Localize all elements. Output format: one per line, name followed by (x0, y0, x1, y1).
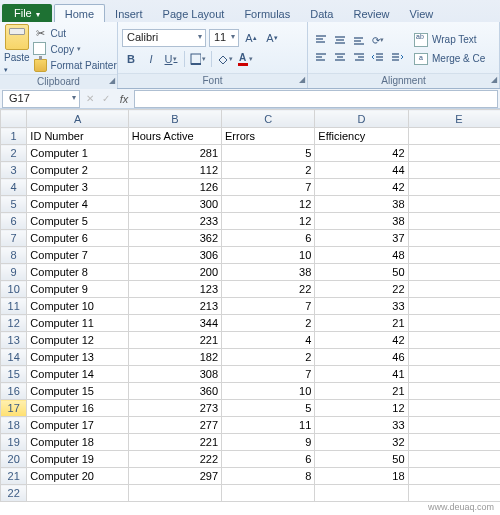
cell[interactable]: Computer 10 (27, 298, 128, 315)
cell[interactable]: 12 (315, 400, 408, 417)
cell[interactable] (408, 315, 500, 332)
cell[interactable]: 18 (315, 468, 408, 485)
cell[interactable]: 12 (222, 213, 315, 230)
tab-view[interactable]: View (400, 5, 444, 22)
cell[interactable]: Computer 17 (27, 417, 128, 434)
cell[interactable] (408, 298, 500, 315)
cell[interactable] (408, 230, 500, 247)
cell[interactable] (408, 366, 500, 383)
cell[interactable]: 21 (315, 315, 408, 332)
cell[interactable]: Errors (222, 128, 315, 145)
merge-center-button[interactable]: Merge & Ce (414, 53, 485, 65)
tab-home[interactable]: Home (54, 4, 105, 22)
row-header[interactable]: 8 (1, 247, 27, 264)
cell[interactable]: 281 (128, 145, 221, 162)
cell[interactable]: 38 (222, 264, 315, 281)
cell[interactable]: 200 (128, 264, 221, 281)
row-header[interactable]: 17 (1, 400, 27, 417)
align-middle-button[interactable] (331, 33, 349, 48)
cell[interactable]: 10 (222, 383, 315, 400)
cell[interactable] (408, 332, 500, 349)
cell[interactable]: Computer 15 (27, 383, 128, 400)
cell[interactable]: 221 (128, 332, 221, 349)
row-header[interactable]: 5 (1, 196, 27, 213)
cell[interactable] (408, 128, 500, 145)
tab-data[interactable]: Data (300, 5, 343, 22)
wrap-text-button[interactable]: Wrap Text (414, 33, 485, 47)
font-color-button[interactable]: A (236, 50, 254, 68)
cell[interactable]: 273 (128, 400, 221, 417)
cut-button[interactable]: Cut (34, 26, 117, 40)
cell[interactable]: 38 (315, 196, 408, 213)
cell[interactable]: 344 (128, 315, 221, 332)
row-header[interactable]: 7 (1, 230, 27, 247)
cell[interactable]: 2 (222, 349, 315, 366)
cell[interactable]: 8 (222, 468, 315, 485)
row-header[interactable]: 9 (1, 264, 27, 281)
cell[interactable]: 233 (128, 213, 221, 230)
cell[interactable]: 41 (315, 366, 408, 383)
cell[interactable] (408, 383, 500, 400)
row-header[interactable]: 14 (1, 349, 27, 366)
increase-font-button[interactable]: A▴ (242, 29, 260, 47)
align-center-button[interactable] (331, 50, 349, 65)
align-right-button[interactable] (350, 50, 368, 65)
column-header-e[interactable]: E (408, 110, 500, 128)
cell[interactable]: Hours Active (128, 128, 221, 145)
cell[interactable]: Computer 12 (27, 332, 128, 349)
cell[interactable]: 6 (222, 451, 315, 468)
cell[interactable] (408, 468, 500, 485)
copy-button[interactable]: Copy ▾ (34, 42, 117, 56)
cell[interactable] (408, 281, 500, 298)
align-top-button[interactable] (312, 33, 330, 48)
underline-button[interactable]: U (162, 50, 180, 68)
column-header-a[interactable]: A (27, 110, 128, 128)
row-header[interactable]: 11 (1, 298, 27, 315)
cell[interactable]: 10 (222, 247, 315, 264)
cell[interactable] (222, 485, 315, 502)
cell[interactable] (408, 451, 500, 468)
formula-input[interactable] (134, 90, 498, 108)
cell[interactable] (128, 485, 221, 502)
cell[interactable]: Computer 6 (27, 230, 128, 247)
format-painter-button[interactable]: Format Painter (34, 58, 117, 72)
row-header[interactable]: 18 (1, 417, 27, 434)
cell[interactable]: 126 (128, 179, 221, 196)
cell[interactable]: Computer 1 (27, 145, 128, 162)
row-header[interactable]: 20 (1, 451, 27, 468)
cell[interactable]: Computer 2 (27, 162, 128, 179)
clipboard-launcher-icon[interactable]: ◢ (109, 76, 115, 85)
cell[interactable] (408, 349, 500, 366)
bold-button[interactable]: B (122, 50, 140, 68)
cell[interactable]: 221 (128, 434, 221, 451)
cell[interactable]: 7 (222, 366, 315, 383)
cell[interactable]: 44 (315, 162, 408, 179)
align-bottom-button[interactable] (350, 33, 368, 48)
cell[interactable]: ID Number (27, 128, 128, 145)
decrease-font-button[interactable]: A▾ (263, 29, 281, 47)
cell[interactable]: 48 (315, 247, 408, 264)
cell[interactable]: Computer 18 (27, 434, 128, 451)
cell[interactable]: Efficiency (315, 128, 408, 145)
cell[interactable]: 2 (222, 315, 315, 332)
cell[interactable] (408, 247, 500, 264)
cell[interactable]: 300 (128, 196, 221, 213)
tab-review[interactable]: Review (343, 5, 399, 22)
cell[interactable]: 22 (222, 281, 315, 298)
cell[interactable]: 297 (128, 468, 221, 485)
cell[interactable] (408, 145, 500, 162)
cell[interactable]: 22 (315, 281, 408, 298)
cell[interactable]: Computer 20 (27, 468, 128, 485)
cell[interactable] (408, 485, 500, 502)
column-header-c[interactable]: C (222, 110, 315, 128)
cell[interactable]: 362 (128, 230, 221, 247)
row-header[interactable]: 6 (1, 213, 27, 230)
cell[interactable]: 360 (128, 383, 221, 400)
cell[interactable]: 7 (222, 179, 315, 196)
cell[interactable]: Computer 9 (27, 281, 128, 298)
cell[interactable]: 6 (222, 230, 315, 247)
insert-function-button[interactable] (114, 93, 134, 105)
row-header[interactable]: 21 (1, 468, 27, 485)
row-header[interactable]: 22 (1, 485, 27, 502)
cell[interactable]: 308 (128, 366, 221, 383)
